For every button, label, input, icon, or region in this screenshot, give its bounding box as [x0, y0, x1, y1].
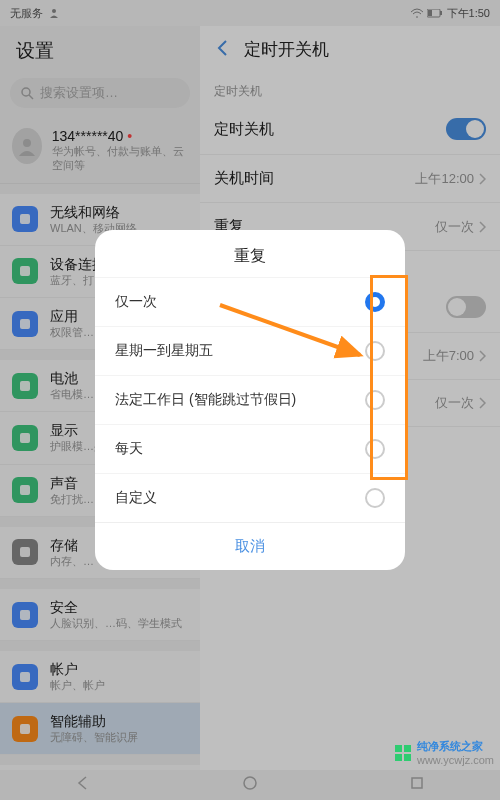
radio-button[interactable]	[365, 390, 385, 410]
dialog-option[interactable]: 法定工作日 (智能跳过节假日)	[95, 375, 405, 424]
radio-button[interactable]	[365, 292, 385, 312]
watermark-url: www.ycwjz.com	[417, 754, 494, 766]
option-label: 自定义	[115, 489, 157, 507]
svg-rect-22	[404, 745, 411, 752]
svg-rect-24	[404, 754, 411, 761]
dialog-option[interactable]: 自定义	[95, 473, 405, 522]
option-label: 法定工作日 (智能跳过节假日)	[115, 391, 296, 409]
dialog-title: 重复	[95, 230, 405, 277]
dialog-option[interactable]: 星期一到星期五	[95, 326, 405, 375]
option-label: 每天	[115, 440, 143, 458]
option-label: 仅一次	[115, 293, 157, 311]
dialog-option[interactable]: 仅一次	[95, 277, 405, 326]
watermark: 纯净系统之家 www.ycwjz.com	[394, 739, 494, 766]
modal-overlay[interactable]: 重复 仅一次 星期一到星期五 法定工作日 (智能跳过节假日) 每天 自定义 取消	[0, 0, 500, 800]
option-label: 星期一到星期五	[115, 342, 213, 360]
radio-button[interactable]	[365, 439, 385, 459]
radio-button[interactable]	[365, 488, 385, 508]
watermark-logo-icon	[394, 744, 412, 762]
svg-rect-23	[395, 754, 402, 761]
radio-button[interactable]	[365, 341, 385, 361]
cancel-button[interactable]: 取消	[95, 522, 405, 570]
watermark-text: 纯净系统之家	[417, 740, 483, 752]
repeat-dialog: 重复 仅一次 星期一到星期五 法定工作日 (智能跳过节假日) 每天 自定义 取消	[95, 230, 405, 570]
dialog-option[interactable]: 每天	[95, 424, 405, 473]
svg-rect-21	[395, 745, 402, 752]
